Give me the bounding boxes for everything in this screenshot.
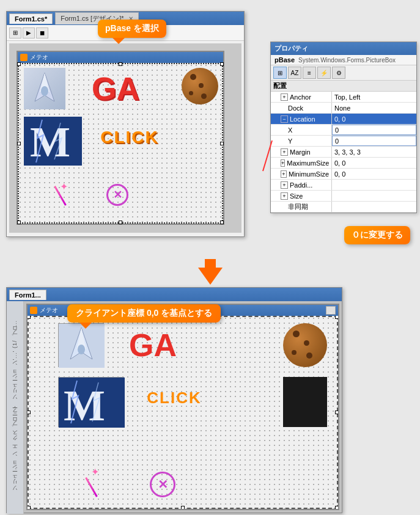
minsize-expand[interactable]: + [281, 170, 287, 178]
props-x-input[interactable] [335, 126, 413, 134]
ide-titlebar-bottom: Form1... [7, 288, 342, 301]
spaceship-svg [24, 68, 65, 109]
design-canvas-top: メテオ [9, 43, 241, 233]
padding-expand[interactable]: + [281, 181, 288, 189]
toolbar-btn-1[interactable]: ⊞ [9, 27, 21, 38]
img-wand: ✦ [57, 181, 76, 205]
props-location-label: − Location [271, 114, 332, 124]
pbase2-handle-ml[interactable] [28, 411, 31, 414]
props-anchor-label: + Anchor [271, 92, 332, 102]
pbase2-handle-bm[interactable] [181, 506, 185, 509]
props-row-margin: + Margin 3, 3, 3, 3 [271, 147, 416, 158]
props-row-y: Y [271, 136, 416, 147]
props-margin-label: + Margin [271, 147, 332, 157]
props-hisync-value[interactable] [332, 202, 416, 212]
props-btn-properties[interactable]: ≡ [303, 67, 316, 79]
b-click: CLICK [134, 379, 214, 416]
margin-expand[interactable]: + [281, 148, 288, 156]
balloon-select: pBase を選択 [98, 20, 166, 38]
size-expand[interactable]: + [281, 192, 288, 200]
handle-bl[interactable] [17, 221, 21, 224]
props-y-label: Y [271, 136, 332, 146]
pbase2-handle-mr[interactable] [335, 411, 338, 414]
props-row-hisync: 非同期 [271, 202, 416, 213]
b-xlogo-circle: ✕ [150, 472, 175, 497]
props-object-bar: pBase System.Windows.Forms.PictureBox [271, 55, 416, 65]
img-ga: GA [79, 68, 152, 109]
props-btn-alphabetical[interactable]: AZ [288, 67, 301, 79]
props-row-padding: + Paddi... [271, 180, 416, 191]
props-row-maxsize: + MaximumSize 0, 0 [271, 158, 416, 169]
props-maxsize-value[interactable]: 0, 0 [332, 158, 416, 168]
props-btn-categorized[interactable]: ⊞ [273, 67, 287, 79]
props-y-input[interactable] [335, 137, 413, 145]
b-spaceship [58, 323, 104, 367]
wand-star: ✦ [60, 181, 68, 192]
props-btn-events[interactable]: ⚡ [317, 67, 331, 79]
b-spaceship-svg [59, 324, 105, 368]
img-spaceship [24, 68, 65, 109]
tab-form1cs[interactable]: Form1.cs* [9, 13, 53, 24]
form2-body: GA M [28, 316, 338, 509]
location-expand[interactable]: − [281, 115, 288, 123]
anchor-expand[interactable]: + [281, 93, 288, 101]
sidebar-text: ソリューション エクスプローラー - ソリューション '...' (1/プロ..… [11, 320, 19, 494]
ide-window-top: Form1.cs* Form1.cs [デザイン]* ✕ ⊞ ▶ ◼ メテオ [6, 11, 245, 237]
handle-ml[interactable] [17, 142, 21, 145]
props-dock-value[interactable]: None [332, 103, 416, 113]
toolbar-btn-3[interactable]: ◼ [36, 27, 48, 38]
b-lightning: M [58, 377, 124, 427]
props-location-value[interactable]: 0, 0 [332, 114, 416, 124]
maxsize-expand[interactable]: + [281, 159, 285, 167]
props-y-value[interactable] [332, 136, 416, 146]
b-wand-star: ✦ [91, 466, 99, 478]
form2-icon [30, 307, 37, 314]
props-toolbar: ⊞ AZ ≡ ⚡ ⚙ [271, 65, 416, 81]
svg-text:M: M [64, 381, 105, 428]
pbase2-handle-tr[interactable] [335, 316, 338, 319]
b-wand: ✦ [89, 466, 107, 497]
props-dock-label: Dock [271, 103, 332, 113]
balloon-change: ０に変更する [344, 226, 410, 244]
svg-point-2 [41, 86, 48, 96]
props-margin-value[interactable]: 3, 3, 3, 3 [332, 147, 416, 157]
props-size-value[interactable] [332, 191, 416, 201]
props-hisync-label: 非同期 [271, 202, 332, 212]
handle-bm[interactable] [119, 221, 122, 224]
props-anchor-value[interactable]: Top, Left [332, 92, 416, 102]
props-row-minsize: + MinimumSize 0, 0 [271, 169, 416, 180]
balloon-client-coord: クライアント座標 0,0 を基点とする [67, 304, 221, 323]
arrow-container [198, 259, 223, 285]
pbase2-handle-tl[interactable] [28, 316, 31, 319]
props-x-value[interactable] [332, 125, 416, 135]
handle-mr[interactable] [220, 142, 224, 145]
props-row-dock: Dock None [271, 103, 416, 114]
handle-tm[interactable] [119, 62, 122, 66]
props-category-layout: 配置 [271, 81, 416, 92]
props-row-anchor: + Anchor Top, Left [271, 92, 416, 103]
props-object-name: pBase [274, 56, 295, 64]
handle-br[interactable] [220, 221, 224, 224]
form2-minimize[interactable]: _ [326, 306, 336, 315]
props-minsize-value[interactable]: 0, 0 [332, 169, 416, 179]
svg-text:M: M [30, 119, 70, 166]
props-row-location[interactable]: − Location 0, 0 [271, 114, 416, 125]
arrow-section [0, 257, 420, 287]
props-padding-label: + Paddi... [271, 180, 332, 190]
pbase2-handle-br[interactable] [335, 506, 338, 509]
form2-container: メテオ _ [26, 304, 339, 510]
handle-tl[interactable] [17, 62, 21, 66]
img-click: CLICK [90, 119, 169, 156]
pbase2-handle-bl[interactable] [28, 506, 31, 509]
b-ga: GA [116, 323, 190, 367]
b-dark-rect [283, 377, 327, 427]
props-btn-settings[interactable]: ⚙ [332, 67, 345, 79]
props-padding-value[interactable] [332, 180, 416, 190]
handle-tr[interactable] [220, 62, 224, 66]
toolbar-btn-2[interactable]: ▶ [23, 27, 35, 38]
svg-point-9 [78, 345, 85, 354]
form-body-top: GA M [18, 63, 223, 224]
props-size-label: + Size [271, 191, 332, 201]
props-minsize-label: + MinimumSize [271, 169, 332, 179]
tab-form1-bottom[interactable]: Form1... [9, 290, 46, 300]
